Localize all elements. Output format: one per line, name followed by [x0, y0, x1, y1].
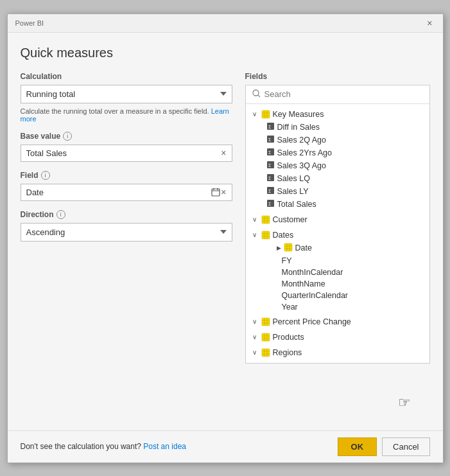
item-monthname[interactable]: MonthName: [246, 278, 429, 290]
group-customer-label: Customer: [273, 215, 307, 224]
calculation-dropdown[interactable]: Running total Average per category Weigh…: [21, 85, 232, 103]
item-fy[interactable]: FY: [246, 255, 429, 267]
search-icon: [252, 89, 261, 100]
direction-label: Direction: [21, 210, 54, 219]
right-column: Fields: [245, 72, 430, 364]
fields-label: Fields: [245, 72, 430, 81]
table-icon-ppc: [261, 317, 270, 326]
table-icon-date: [284, 243, 293, 254]
svg-text:Σ: Σ: [268, 176, 272, 181]
group-products: ∨ Produ: [246, 330, 429, 345]
chevron-regions: ∨: [251, 349, 259, 356]
direction-section: Direction i Ascending Descending: [21, 210, 232, 242]
measure-icon-sales-3q: Σ: [266, 161, 275, 171]
svg-rect-30: [262, 231, 270, 239]
svg-rect-0: [212, 189, 220, 196]
group-regions-label: Regions: [273, 348, 302, 357]
item-sales-ly[interactable]: Σ Sales LY: [246, 185, 429, 198]
dialog-footer: Don't see the calculation you want? Post…: [8, 430, 443, 463]
svg-rect-6: [262, 110, 270, 118]
item-total-sales[interactable]: Σ Total Sales: [246, 198, 429, 211]
svg-rect-50: [262, 349, 270, 357]
left-column: Calculation Running total Average per ca…: [21, 72, 232, 242]
svg-text:Σ: Σ: [268, 202, 272, 206]
field-section: Field i: [21, 171, 232, 201]
fields-tree: ∨ Key M: [246, 104, 429, 363]
field-input-wrapper: ×: [21, 184, 232, 201]
item-sales-2q-ago[interactable]: Σ Sales 2Q Ago: [246, 134, 429, 146]
dialog-body: Quick measures Calculation Running total…: [8, 33, 443, 430]
footer-hint: Don't see the calculation you want? Post…: [21, 442, 186, 451]
item-quarterincalendar[interactable]: QuarterInCalendar: [246, 290, 429, 301]
svg-text:Σ: Σ: [268, 125, 272, 129]
ok-button[interactable]: OK: [338, 437, 377, 456]
main-content: Calculation Running total Average per ca…: [21, 72, 430, 364]
svg-line-5: [258, 95, 260, 97]
chevron-dates: ∨: [251, 231, 259, 238]
chevron-products: ∨: [251, 333, 259, 340]
svg-rect-40: [262, 318, 270, 326]
svg-rect-45: [262, 333, 270, 341]
group-dates-header[interactable]: ∨ Dates: [246, 229, 429, 242]
direction-dropdown[interactable]: Ascending Descending: [21, 223, 232, 242]
item-date-folder[interactable]: ▶ Date: [246, 242, 429, 255]
measure-icon-diff-in-sales: Σ: [266, 122, 275, 132]
field-info-icon: i: [41, 171, 50, 180]
svg-text:Σ: Σ: [268, 137, 272, 142]
base-value-label-row: Base value i: [21, 132, 232, 141]
title-bar: Power BI ×: [8, 14, 443, 33]
svg-text:Σ: Σ: [268, 189, 272, 193]
calculation-hint: Calculate the running total over a measu…: [21, 107, 232, 123]
item-sales-2yrs-ago[interactable]: Σ Sales 2Yrs Ago: [246, 146, 429, 159]
group-percent-price-change: ∨ Perce: [246, 314, 429, 330]
chevron-key-measures: ∨: [251, 110, 259, 118]
svg-text:Σ: Σ: [268, 163, 272, 168]
group-regions-header[interactable]: ∨ Regio: [246, 346, 429, 359]
direction-info-icon: i: [56, 210, 65, 219]
chevron-ppc: ∨: [251, 318, 259, 325]
measure-icon-sales-ly: Σ: [266, 186, 275, 197]
table-icon-dates: [261, 231, 270, 240]
measure-icon-sales-2yrs: Σ: [266, 148, 275, 158]
post-idea-link[interactable]: Post an idea: [143, 442, 186, 451]
table-icon-key-measures: [261, 110, 270, 119]
group-regions: ∨ Regio: [246, 345, 429, 360]
field-date-icon: [211, 188, 221, 197]
fields-panel: ∨ Key M: [245, 85, 430, 364]
measure-icon-total-sales: Σ: [266, 199, 275, 209]
group-percent-price-change-header[interactable]: ∨ Perce: [246, 315, 429, 328]
group-products-label: Products: [273, 333, 304, 342]
group-customer-header[interactable]: ∨ Custo: [246, 213, 429, 226]
item-diff-in-sales[interactable]: Σ Diff in Sales: [246, 121, 429, 134]
fields-search-input[interactable]: [264, 89, 423, 99]
cancel-button[interactable]: Cancel: [382, 437, 429, 456]
group-products-header[interactable]: ∨ Produ: [246, 331, 429, 344]
svg-point-4: [253, 90, 259, 96]
item-sales-3q-ago[interactable]: Σ Sales 3Q Ago: [246, 159, 429, 172]
direction-label-row: Direction i: [21, 210, 232, 219]
footer-buttons: OK Cancel: [338, 437, 430, 456]
measure-icon-sales-lq: Σ: [266, 173, 275, 184]
base-value-clear-button[interactable]: ×: [221, 148, 226, 157]
table-icon-products: [261, 333, 270, 342]
fields-search-bar: [246, 85, 429, 104]
base-value-input[interactable]: [26, 148, 221, 158]
field-clear-button[interactable]: ×: [221, 188, 226, 197]
item-monthincalendar[interactable]: MonthInCalendar: [246, 267, 429, 278]
close-button[interactable]: ×: [424, 18, 435, 28]
base-value-input-wrapper: ×: [21, 145, 232, 162]
item-year[interactable]: Year: [246, 301, 429, 313]
base-value-label: Base value: [21, 132, 61, 141]
table-icon-regions: [261, 348, 270, 357]
group-key-measures-label: Key Measures: [273, 110, 324, 119]
table-icon-customer: [261, 215, 270, 224]
chevron-customer: ∨: [251, 216, 259, 223]
group-dates-label: Dates: [273, 231, 294, 240]
quick-measures-dialog: Power BI × Quick measures Calculation Ru…: [7, 13, 444, 463]
group-key-measures-header[interactable]: ∨ Key M: [246, 108, 429, 121]
dialog-title: Quick measures: [21, 46, 430, 60]
calculation-label: Calculation: [21, 72, 232, 81]
item-sales-lq[interactable]: Σ Sales LQ: [246, 172, 429, 185]
field-input[interactable]: [26, 188, 211, 197]
base-value-section: Base value i ×: [21, 132, 232, 162]
